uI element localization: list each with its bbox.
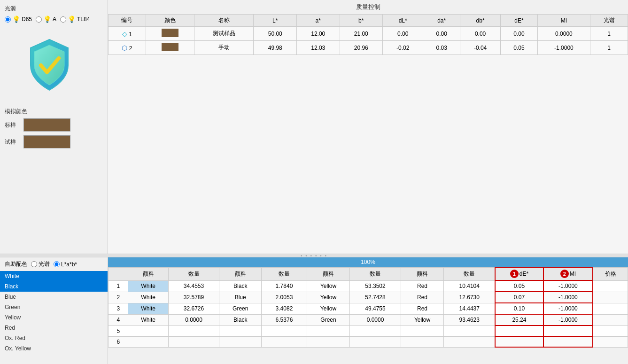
fc-idx: 6 bbox=[109, 336, 128, 347]
qc-cell-MI: 0.0000 bbox=[537, 27, 590, 41]
fc-p3 bbox=[307, 336, 350, 347]
color-list[interactable]: WhiteBlackBlueGreenYellowRedOx. RedOx. Y… bbox=[0, 271, 108, 364]
guangpu-input[interactable] bbox=[31, 261, 37, 267]
lab-radio-bottom[interactable]: L*a*b* bbox=[54, 261, 77, 268]
color-list-item[interactable]: Yellow bbox=[0, 312, 108, 323]
fc-p4 bbox=[401, 336, 444, 347]
fc-q2 bbox=[262, 325, 307, 336]
qc-cell-dL: 0.00 bbox=[383, 27, 423, 41]
qc-row[interactable]: ◇ 1 测试样品 50.00 12.00 21.00 0.00 0.00 0.0… bbox=[109, 27, 628, 41]
qc-cell-da: 0.00 bbox=[423, 27, 460, 41]
formula-header-row: 颜料 数量 颜料 数量 颜料 数量 颜料 数量 1 dE* bbox=[109, 267, 628, 280]
col-b: b* bbox=[340, 15, 383, 27]
fc-idx: 3 bbox=[109, 303, 128, 314]
qc-cell-b: 20.96 bbox=[340, 41, 383, 55]
col-da: da* bbox=[423, 15, 460, 27]
fc-q1: 32.5789 bbox=[168, 292, 219, 303]
shiyang-swatch bbox=[23, 135, 70, 148]
lab-input[interactable] bbox=[54, 261, 60, 267]
progress-bar: 100% bbox=[108, 257, 628, 267]
fh-price: 价格 bbox=[593, 267, 628, 280]
simcolor-label: 模拟颜色 bbox=[5, 108, 103, 116]
fc-p3: Yellow bbox=[307, 292, 350, 303]
fc-q4: 10.4104 bbox=[444, 280, 495, 292]
qc-cell-MI: -1.0000 bbox=[537, 41, 590, 55]
qc-row[interactable]: ⬡ 2 手动 49.98 12.03 20.96 -0.02 0.03 -0.0… bbox=[109, 41, 628, 55]
color-list-item[interactable]: Black bbox=[0, 281, 108, 292]
fc-p2: Black bbox=[219, 314, 262, 325]
d65-radio[interactable]: 💡 D65 bbox=[5, 15, 32, 23]
color-list-item[interactable]: Ox. Yellow bbox=[0, 343, 108, 354]
d65-input[interactable] bbox=[5, 16, 11, 23]
fc-q1: 0.0000 bbox=[168, 314, 219, 325]
qc-cell-color bbox=[146, 27, 194, 41]
fc-q2 bbox=[262, 336, 307, 347]
formula-row[interactable]: 6 bbox=[109, 336, 628, 347]
fh-p4: 颜料 bbox=[401, 267, 444, 280]
fc-MI bbox=[543, 336, 593, 347]
fc-MI: -1.0000 bbox=[543, 303, 593, 314]
fh-dE: 1 dE* bbox=[495, 267, 543, 280]
formula-row[interactable]: 4 White 0.0000 Black 6.5376 Green 0.0000… bbox=[109, 314, 628, 325]
formula-table: 颜料 数量 颜料 数量 颜料 数量 颜料 数量 1 dE* bbox=[108, 267, 628, 348]
guangpu-radio-bottom[interactable]: 光谱 bbox=[31, 260, 50, 268]
fh-p2: 颜料 bbox=[219, 267, 262, 280]
color-list-item[interactable]: Blue bbox=[0, 292, 108, 302]
fc-q1: 32.6726 bbox=[168, 303, 219, 314]
fc-idx: 4 bbox=[109, 314, 128, 325]
formula-row[interactable]: 2 White 32.5789 Blue 2.0053 Yellow 52.74… bbox=[109, 292, 628, 303]
formula-table-wrap[interactable]: 颜料 数量 颜料 数量 颜料 数量 颜料 数量 1 dE* bbox=[108, 267, 628, 364]
fc-dE: 0.07 bbox=[495, 292, 543, 303]
tl84-label: TL84 bbox=[77, 16, 90, 23]
fc-q2: 3.4082 bbox=[262, 303, 307, 314]
col-a: a* bbox=[296, 15, 340, 27]
tl84-radio[interactable]: 💡 TL84 bbox=[60, 15, 90, 23]
col-color: 颜色 bbox=[146, 15, 194, 27]
qc-cell-b: 21.00 bbox=[340, 27, 383, 41]
d65-bulb-icon: 💡 bbox=[12, 15, 20, 23]
fh-q4: 数量 bbox=[444, 267, 495, 280]
fh-idx bbox=[109, 267, 128, 280]
source-label: 光源 bbox=[5, 5, 103, 13]
fc-p1 bbox=[128, 336, 168, 347]
fc-q1 bbox=[168, 325, 219, 336]
bottom-right-panel: 100% 颜料 数量 颜料 数量 颜料 数量 颜料 数量 bbox=[108, 257, 628, 364]
fc-p1: White bbox=[128, 303, 168, 314]
shiyang-row: 试样 bbox=[5, 135, 103, 148]
fc-q4: 12.6730 bbox=[444, 292, 495, 303]
fc-q3 bbox=[350, 325, 401, 336]
fc-dE bbox=[495, 325, 543, 336]
qc-cell-a: 12.03 bbox=[296, 41, 340, 55]
qc-table-wrap[interactable]: 编号 颜色 名称 L* a* b* dL* da* db* dE* MI 光谱 bbox=[108, 14, 628, 254]
color-list-item[interactable]: White bbox=[0, 271, 108, 281]
fc-q4 bbox=[444, 325, 495, 336]
qc-cell-id: ◇ 1 bbox=[109, 27, 146, 41]
tl84-input[interactable] bbox=[60, 16, 66, 23]
fh-q1: 数量 bbox=[168, 267, 219, 280]
qc-cell-db: -0.04 bbox=[460, 41, 500, 55]
fc-price bbox=[593, 292, 628, 303]
fc-q3: 0.0000 bbox=[350, 314, 401, 325]
fc-MI: -1.0000 bbox=[543, 280, 593, 292]
fc-p1: White bbox=[128, 280, 168, 292]
col-name: 名称 bbox=[194, 15, 254, 27]
formula-row[interactable]: 5 bbox=[109, 325, 628, 336]
illuminant-radio-group: 💡 D65 💡 A 💡 TL84 bbox=[5, 15, 103, 23]
a-input[interactable] bbox=[36, 16, 42, 23]
col-MI: MI bbox=[537, 15, 590, 27]
qc-cell-dL: -0.02 bbox=[383, 41, 423, 55]
color-list-item[interactable]: Red bbox=[0, 323, 108, 333]
a-radio[interactable]: 💡 A bbox=[36, 15, 56, 23]
fc-p3: Yellow bbox=[307, 280, 350, 292]
fc-p3: Yellow bbox=[307, 303, 350, 314]
qc-cell-name: 测试样品 bbox=[194, 27, 254, 41]
formula-row[interactable]: 1 White 34.4553 Black 1.7840 Yellow 53.3… bbox=[109, 280, 628, 292]
divider[interactable]: • • • • • • bbox=[0, 254, 628, 257]
color-list-item[interactable]: Green bbox=[0, 302, 108, 312]
fc-p1: White bbox=[128, 292, 168, 303]
shield-icon bbox=[19, 35, 80, 96]
color-list-item[interactable]: Ox. Red bbox=[0, 333, 108, 343]
bottom-left-panel: 自助配色 光谱 L*a*b* WhiteBlackBlueGreenYellow… bbox=[0, 257, 108, 364]
formula-row[interactable]: 3 White 32.6726 Green 3.4082 Yellow 49.4… bbox=[109, 303, 628, 314]
simcolor-section: 模拟颜色 标样 试样 bbox=[5, 108, 103, 148]
